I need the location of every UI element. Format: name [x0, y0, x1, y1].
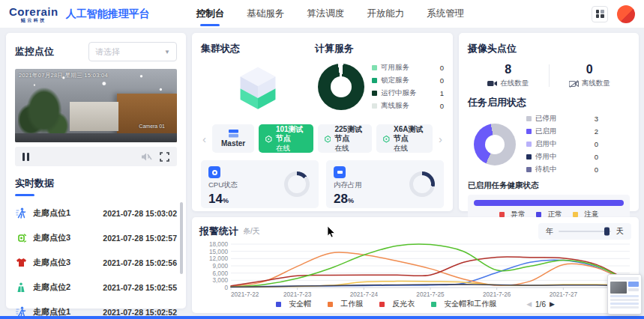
slider-track[interactable] [559, 231, 611, 232]
node-tab-x6a[interactable]: X6A测试节点在线 [376, 124, 433, 153]
nav-console[interactable]: 控制台 [195, 0, 226, 28]
task-donut-chart [474, 124, 516, 165]
alarm-line-chart: 03,0006,0009,00012,00015,00018,0002021-7… [199, 241, 633, 298]
services-donut-chart [318, 64, 364, 110]
svg-text:2021-7-22: 2021-7-22 [231, 291, 259, 298]
legend-item: 待机中0 [526, 165, 598, 174]
alarm-legend: 安全帽 工作服 反光衣 安全帽和工作服 ◀ 1/6 ▶ [199, 299, 631, 309]
apps-grid-icon[interactable] [592, 6, 608, 22]
nav-basic-services[interactable]: 基础服务 [245, 0, 286, 28]
monitor-panel: 监控点位 请选择 ▼ 2021年07月28日 星期三 15:03:04 Came… [6, 33, 186, 309]
carousel-next-icon[interactable]: › [437, 133, 444, 145]
cluster-status-title: 集群状态 [201, 42, 315, 55]
bottom-accent-bar [0, 316, 644, 319]
cpu-card: CPU状态 14% [201, 160, 319, 208]
legend-pagination: ◀ 1/6 ▶ [526, 300, 555, 309]
svg-text:18,000: 18,000 [209, 241, 228, 248]
time-range-slider[interactable]: 年 天 [538, 223, 631, 240]
node-hex-icon [383, 134, 390, 144]
app-header: Corerain 鲲云科技 人工智能推理平台 控制台 基础服务 算法调度 开放能… [0, 0, 644, 28]
preview-block [628, 282, 639, 287]
legend-swatch [372, 91, 377, 96]
list-item-time: 2021-07-28 15:03:02 [103, 209, 177, 218]
list-item-time: 2021-07-28 15:02:57 [103, 234, 177, 243]
floating-preview-window[interactable] [607, 274, 642, 315]
chevron-down-icon: ▼ [164, 49, 170, 55]
camera-title: 摄像头点位 [468, 42, 630, 55]
svg-text:2021-7-26: 2021-7-26 [483, 291, 511, 298]
mute-icon[interactable] [141, 152, 152, 162]
preview-block [628, 288, 639, 291]
logo-name: Corerain [9, 6, 58, 17]
legend-item: 已启用2 [526, 127, 598, 136]
video-timestamp: 2021年07月28日 星期三 15:03:04 [19, 72, 108, 79]
alarm-title: 报警统计 [199, 225, 238, 238]
list-item-label: 走廊点位1 [33, 207, 70, 219]
legend-swatch [372, 65, 377, 70]
list-item-label: 走廊点位2 [33, 282, 70, 293]
realtime-underline [15, 194, 34, 196]
node-tab-master[interactable]: Master [212, 124, 254, 153]
list-item[interactable]: 走廊点位3 2021-07-28 15:02:57 [15, 225, 177, 250]
health-bar [474, 200, 624, 206]
node-tab-101[interactable]: 101测试节点在线 [259, 124, 313, 153]
nav-system-mgmt[interactable]: 系统管理 [425, 0, 466, 28]
node-hex-icon [325, 134, 331, 144]
list-item[interactable]: 走廊点位1 2021-07-28 15:03:02 [15, 201, 177, 225]
online-count: 8 [468, 63, 549, 76]
legend-item-helmet-workwear[interactable]: 安全帽和工作服 [431, 299, 496, 309]
task-legend: 已停用3 已启用2 启用中0 停用中0 待机中0 [526, 114, 598, 174]
slider-left-label: 年 [546, 226, 553, 237]
legend-item-vest[interactable]: 反光衣 [379, 299, 415, 309]
nav-algo-scheduling[interactable]: 算法调度 [305, 0, 346, 28]
cpu-value: 14 [208, 192, 223, 206]
monitor-title: 监控点位 [15, 45, 54, 58]
select-placeholder: 请选择 [95, 46, 120, 58]
vest-icon [15, 282, 27, 294]
node-tab-225[interactable]: 225测试节点在线 [318, 124, 373, 153]
slider-right-label: 天 [616, 226, 624, 237]
preview-thumbnail [610, 282, 627, 294]
video-floor [15, 133, 177, 142]
svg-text:12,000: 12,000 [209, 255, 228, 262]
header-actions [592, 5, 635, 23]
offline-count: 0 [550, 63, 631, 76]
helmet-icon [15, 232, 27, 244]
list-item[interactable]: 走廊点位2 2021-07-28 15:02:55 [15, 275, 177, 300]
camera-on-icon [487, 80, 497, 87]
video-feed: 2021年07月28日 星期三 15:03:04 Camera 01 [15, 69, 177, 142]
realtime-list: 走廊点位1 2021-07-28 15:03:02 走廊点位3 2021-07-… [15, 201, 177, 319]
fullscreen-icon[interactable] [160, 152, 169, 162]
shirt-icon [15, 257, 27, 269]
pause-icon[interactable] [22, 153, 29, 161]
svg-text:2021-7-25: 2021-7-25 [416, 291, 445, 298]
scrollbar-thumb[interactable] [180, 202, 183, 274]
preview-rows [610, 295, 639, 309]
legend-item-workwear[interactable]: 工作服 [328, 299, 363, 309]
memory-icon [334, 166, 346, 178]
list-item[interactable]: 走廊点位3 2021-07-28 15:02:56 [15, 250, 177, 275]
camera-select[interactable]: 请选择 ▼ [88, 42, 177, 61]
slider-handle[interactable] [604, 228, 610, 236]
svg-text:15,000: 15,000 [209, 249, 228, 255]
memory-value: 28 [334, 192, 348, 206]
preview-titlebar [610, 277, 639, 280]
svg-text:2021-7-24: 2021-7-24 [350, 291, 379, 298]
carousel-prev-icon[interactable]: ‹ [201, 133, 208, 145]
list-item-label: 走廊点位3 [33, 232, 70, 243]
offline-label: 离线数量 [582, 79, 610, 88]
svg-text:6,000: 6,000 [213, 270, 229, 277]
nav-open-capability[interactable]: 开放能力 [365, 0, 406, 28]
svg-text:3,000: 3,000 [213, 277, 229, 284]
cpu-unit: % [223, 197, 229, 204]
user-avatar[interactable] [617, 5, 635, 23]
legend-swatch [372, 78, 377, 83]
memory-unit: % [348, 197, 354, 204]
memory-gauge-ring [409, 171, 435, 197]
legend-item: 锁定服务0 [372, 76, 444, 85]
legend-item-helmet[interactable]: 安全帽 [276, 299, 311, 309]
legend-next-icon[interactable]: ▶ [550, 300, 555, 308]
camera-offline-stat: 0 离线数量 [550, 63, 631, 88]
main-nav: 控制台 基础服务 算法调度 开放能力 系统管理 [195, 0, 466, 28]
legend-prev-icon[interactable]: ◀ [526, 300, 532, 308]
